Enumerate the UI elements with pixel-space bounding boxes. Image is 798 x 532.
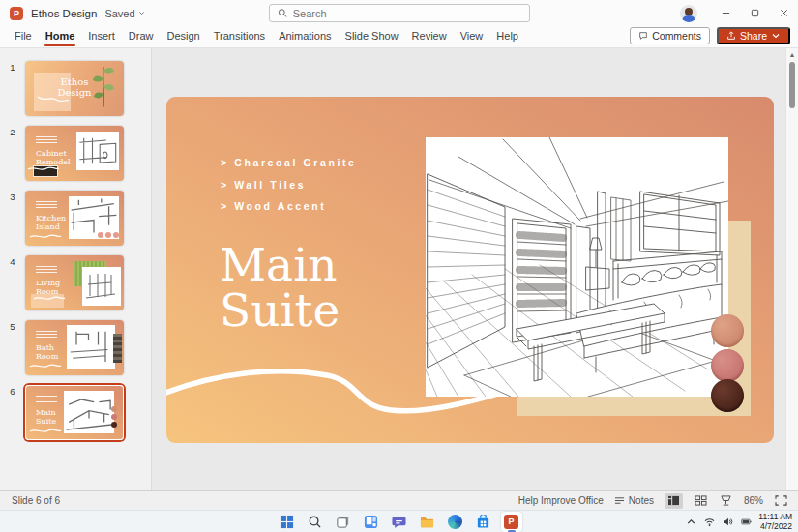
microsoft-store-button[interactable] [473,512,494,532]
squiggle-line [29,232,62,242]
slide-show-view-button[interactable] [719,494,733,507]
slide-thumbnail-1[interactable]: Ethos Design [25,61,124,116]
tab-view[interactable]: View [454,27,490,46]
speaker-icon[interactable] [722,516,733,527]
help-improve-office-button[interactable]: Help Improve Office [518,495,604,506]
wifi-icon[interactable] [703,516,715,527]
color-dots [98,232,119,238]
share-label: Share [740,30,767,42]
tab-file[interactable]: File [8,27,39,46]
thumb-text-lines [36,331,57,340]
battery-icon[interactable] [740,516,752,527]
slide-sorter-view-button[interactable] [694,494,708,507]
powerpoint-icon: P [504,515,518,529]
tab-help[interactable]: Help [489,27,525,46]
paint-swatch-salmon[interactable] [711,314,744,347]
squiggle-line [33,294,66,304]
slide-number: 4 [0,255,25,310]
squiggle-line [27,164,60,174]
normal-view-icon [667,495,680,506]
widgets-button[interactable] [361,512,382,532]
file-explorer-button[interactable] [417,512,438,532]
thumb-sketch-image [82,267,121,306]
tab-animations[interactable]: Animations [272,27,338,46]
paint-swatch-rose[interactable] [711,349,744,382]
thumb-text-lines [36,396,57,404]
start-button[interactable] [277,512,298,532]
slide-thumbnail-3[interactable]: Kitchen Island [25,191,124,246]
tray-chevron-up-icon[interactable] [685,516,696,527]
share-icon [726,31,736,41]
windows-taskbar: P 11:11 AM 4/7/2022 [0,510,798,532]
comment-icon [638,31,648,41]
notes-button[interactable]: Notes [614,495,654,506]
widgets-icon [364,515,378,529]
user-avatar[interactable] [680,5,697,22]
tab-slide-show[interactable]: Slide Show [339,27,405,46]
vertical-scrollbar[interactable]: ▲ [785,48,798,490]
bullet-list-textbox[interactable]: > Charcoal Granite > Wall Tiles > Wood A… [221,157,356,222]
thumbnail-row-3: 3 Kitchen Island [0,191,151,246]
thumbnail-row-5: 5 Bath Room [0,320,151,375]
tab-transitions[interactable]: Transitions [207,27,272,46]
thumbnail-row-6: 6 Main Suite [0,385,151,440]
color-dots [111,406,117,428]
thumbnail-row-1: 1 Ethos Design [0,61,151,116]
tab-design[interactable]: Design [160,27,206,46]
search-icon [278,8,287,18]
powerpoint-app-icon: P [10,7,23,20]
taskbar-search-button[interactable] [305,512,326,532]
chevron-down-icon [138,10,145,16]
scrollbar-thumb[interactable] [789,62,795,108]
edge-icon [448,515,462,529]
clock-date: 4/7/2022 [758,521,792,531]
fit-slide-icon [775,495,787,506]
thumbnail-row-4: 4 Living Room [0,255,151,310]
share-button[interactable]: Share [717,27,790,44]
slide-thumbnail-4[interactable]: Living Room [25,255,124,310]
slide-title-textbox[interactable]: Main Suite [220,242,340,333]
bedroom-sketch-image[interactable] [426,137,728,397]
zoom-level[interactable]: 86% [744,495,763,506]
ribbon-tab-bar: File Home Insert Draw Design Transitions… [0,26,798,48]
clock-time: 11:11 AM [758,512,792,521]
taskbar-clock[interactable]: 11:11 AM 4/7/2022 [758,512,792,531]
task-view-icon [336,515,350,529]
search-box[interactable] [269,4,530,22]
thumb-title: Main Suite [36,409,56,427]
tab-home[interactable]: Home [39,27,82,46]
close-button[interactable] [769,0,798,26]
normal-view-button[interactable] [665,493,683,509]
slide-number: 6 [0,385,25,440]
chat-button[interactable] [389,512,410,532]
minimize-icon [722,9,730,17]
slide-thumbnail-6-selected[interactable]: Main Suite [25,385,124,440]
avatar-head [685,8,693,15]
powerpoint-taskbar-button[interactable]: P [501,512,522,532]
task-view-button[interactable] [333,512,354,532]
thumb-text-lines [36,266,57,275]
tab-insert[interactable]: Insert [81,27,122,46]
file-explorer-icon [420,515,434,529]
search-input[interactable] [293,8,521,19]
tab-draw[interactable]: Draw [122,27,161,46]
slide-thumbnail-5[interactable]: Bath Room [25,320,124,375]
current-slide[interactable]: > Charcoal Granite > Wall Tiles > Wood A… [166,97,774,443]
save-status-dropdown[interactable]: Saved [104,8,144,19]
paint-swatch-brown[interactable] [711,379,744,412]
document-title: Ethos Design [31,8,97,19]
slide-sorter-icon [695,495,707,506]
squiggle-line [29,427,62,436]
fit-to-window-button[interactable] [774,494,788,507]
slide-canvas-area: > Charcoal Granite > Wall Tiles > Wood A… [152,48,798,490]
slide-thumbnail-2[interactable]: Cabinet Remodel [25,126,124,181]
slide-thumbnail-panel: 1 Ethos Design 2 [0,48,152,490]
maximize-button[interactable] [740,0,769,26]
maximize-icon [751,9,759,17]
tab-review[interactable]: Review [405,27,454,46]
notes-icon [614,496,625,506]
comments-button[interactable]: Comments [630,27,710,44]
scroll-up-arrow-icon[interactable]: ▲ [786,51,798,58]
edge-browser-button[interactable] [445,512,466,532]
minimize-button[interactable] [711,0,740,26]
